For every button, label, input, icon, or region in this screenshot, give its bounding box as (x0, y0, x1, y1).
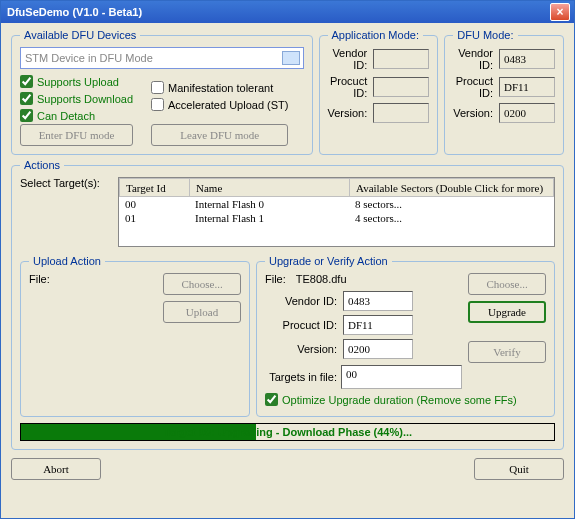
app-mode-legend: Application Mode: (328, 29, 423, 41)
up-version-label: Version: (265, 343, 337, 355)
app-product-field (373, 77, 429, 97)
dfu-version-label: Version: (453, 107, 493, 119)
app-version-label: Version: (328, 107, 368, 119)
upgrade-action-group: Upgrade or Verify Action File: TE808.dfu… (256, 255, 555, 417)
dfu-product-label: Procuct ID: (453, 75, 493, 99)
client-area: Available DFU Devices STM Device in DFU … (1, 23, 574, 518)
up-vendor-field: 0483 (343, 291, 413, 311)
actions-group: Actions Select Target(s): Target Id Name… (11, 159, 564, 450)
col-avail[interactable]: Available Sectors (Double Click for more… (350, 179, 554, 197)
dfu-product-field: DF11 (499, 77, 555, 97)
upload-action-group: Upload Action File: Choose... Upload (20, 255, 250, 417)
table-row[interactable]: 01 Internal Flash 1 4 sectors... (119, 211, 554, 225)
up-product-field: DF11 (343, 315, 413, 335)
dfu-mode-legend: DFU Mode: (453, 29, 517, 41)
col-target-id[interactable]: Target Id (120, 179, 190, 197)
supports-upload-check[interactable]: Supports Upload (20, 75, 133, 88)
titlebar[interactable]: DfuSeDemo (V1.0 - Beta1) × (1, 1, 574, 23)
select-targets-label: Select Target(s): (20, 177, 112, 247)
accel-upload-check[interactable]: Accelerated Upload (ST) (151, 98, 288, 111)
actions-legend: Actions (20, 159, 64, 171)
app-version-field (373, 103, 429, 123)
device-dropdown-text: STM Device in DFU Mode (25, 52, 153, 64)
dfu-vendor-field: 0483 (499, 49, 555, 69)
progress-text: Target 00: Upgrading - Download Phase (4… (163, 426, 412, 438)
app-mode-group: Application Mode: Vendor ID: Procuct ID:… (319, 29, 439, 155)
upload-file-label: File: (29, 273, 50, 285)
quit-button[interactable]: Quit (474, 458, 564, 480)
dfu-version-field: 0200 (499, 103, 555, 123)
app-window: DfuSeDemo (V1.0 - Beta1) × Available DFU… (0, 0, 575, 519)
dfu-vendor-label: Vendor ID: (453, 47, 493, 71)
manifestation-check[interactable]: Manifestation tolerant (151, 81, 288, 94)
close-icon[interactable]: × (550, 3, 570, 21)
upgrade-legend: Upgrade or Verify Action (265, 255, 392, 267)
upload-legend: Upload Action (29, 255, 105, 267)
upgrade-file-value: TE808.dfu (296, 273, 347, 285)
targets-in-file-field: 00 (341, 365, 462, 389)
up-product-label: Procuct ID: (265, 319, 337, 331)
up-version-field: 0200 (343, 339, 413, 359)
available-devices-group: Available DFU Devices STM Device in DFU … (11, 29, 313, 155)
up-vendor-label: Vendor ID: (265, 295, 337, 307)
table-row[interactable]: 00 Internal Flash 0 8 sectors... (119, 197, 554, 211)
device-dropdown[interactable]: STM Device in DFU Mode (20, 47, 304, 69)
optimize-check[interactable]: Optimize Upgrade duration (Remove some F… (265, 393, 546, 406)
abort-button[interactable]: Abort (11, 458, 101, 480)
window-title: DfuSeDemo (V1.0 - Beta1) (7, 6, 550, 18)
upload-button[interactable]: Upload (163, 301, 241, 323)
targets-list[interactable]: Target Id Name Available Sectors (Double… (118, 177, 555, 247)
upgrade-button[interactable]: Upgrade (468, 301, 546, 323)
can-detach-check[interactable]: Can Detach (20, 109, 133, 122)
verify-button[interactable]: Verify (468, 341, 546, 363)
upload-choose-button[interactable]: Choose... (163, 273, 241, 295)
col-name[interactable]: Name (190, 179, 350, 197)
supports-download-check[interactable]: Supports Download (20, 92, 133, 105)
progress-bar: Target 00: Upgrading - Download Phase (4… (20, 423, 555, 441)
upgrade-file-label: File: (265, 273, 286, 285)
app-product-label: Procuct ID: (328, 75, 368, 99)
app-vendor-field (373, 49, 429, 69)
targets-in-file-label: Targets in file: (265, 371, 337, 383)
dfu-mode-group: DFU Mode: Vendor ID: 0483 Procuct ID: DF… (444, 29, 564, 155)
enter-dfu-button[interactable]: Enter DFU mode (20, 124, 133, 146)
available-legend: Available DFU Devices (20, 29, 140, 41)
upgrade-choose-button[interactable]: Choose... (468, 273, 546, 295)
app-vendor-label: Vendor ID: (328, 47, 368, 71)
leave-dfu-button[interactable]: Leave DFU mode (151, 124, 288, 146)
